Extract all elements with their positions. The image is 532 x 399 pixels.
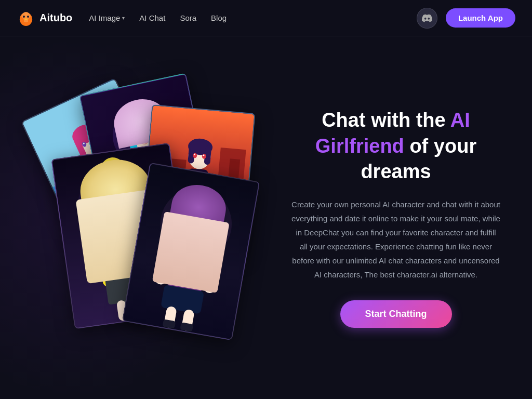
svg-point-31	[145, 132, 148, 135]
svg-point-3	[27, 16, 29, 18]
image-stack: 東京	[31, 67, 270, 358]
svg-rect-102	[177, 212, 189, 238]
svg-point-63	[100, 190, 137, 231]
svg-point-115	[176, 224, 187, 232]
svg-point-86	[122, 244, 125, 248]
svg-point-72	[119, 202, 130, 215]
svg-point-28	[136, 133, 142, 140]
svg-rect-68	[128, 191, 135, 207]
svg-point-80	[126, 209, 137, 216]
svg-rect-89	[88, 231, 107, 269]
svg-point-112	[198, 223, 204, 230]
svg-point-78	[124, 206, 127, 209]
hero-section: 東京	[0, 36, 532, 399]
svg-rect-118	[185, 242, 200, 248]
logo-icon	[17, 9, 35, 28]
svg-point-69	[98, 207, 107, 219]
svg-point-93	[94, 262, 105, 271]
svg-rect-106	[205, 210, 211, 221]
svg-point-74	[121, 204, 128, 213]
discord-button[interactable]	[417, 8, 437, 29]
svg-point-113	[190, 222, 193, 225]
nav-left: Aitubo AI Image ▾ AI Chat Sora Blog	[17, 9, 227, 28]
svg-marker-85	[111, 227, 132, 239]
svg-point-111	[188, 221, 193, 228]
chevron-down-icon: ▾	[122, 15, 125, 21]
svg-point-101	[179, 202, 215, 230]
svg-point-91	[94, 264, 107, 275]
brand-name: Aitubo	[39, 12, 72, 24]
discord-icon	[422, 13, 432, 23]
svg-point-32	[143, 139, 145, 141]
svg-point-75	[110, 207, 114, 214]
svg-marker-121	[184, 243, 192, 255]
svg-marker-82	[118, 230, 126, 236]
svg-point-70	[130, 203, 139, 214]
hero-content: Chat with the AI Girlfriend of your drea…	[270, 108, 501, 327]
svg-point-116	[203, 228, 214, 236]
nav-ai-image[interactable]: AI Image ▾	[89, 14, 125, 22]
svg-rect-120	[167, 241, 209, 292]
svg-point-66	[98, 183, 135, 208]
hero-title-prefix: Chat with the	[322, 109, 450, 131]
hero-description: Create your own personal AI character an…	[291, 197, 501, 282]
svg-point-117	[193, 231, 195, 233]
svg-point-77	[112, 207, 115, 210]
start-chatting-button[interactable]: Start Chatting	[340, 300, 452, 328]
svg-point-73	[109, 206, 116, 215]
hero-title: Chat with the AI Girlfriend of your drea…	[291, 108, 501, 184]
svg-point-2	[23, 16, 25, 18]
svg-point-108	[196, 220, 207, 233]
svg-rect-67	[99, 194, 107, 210]
nav-blog[interactable]: Blog	[211, 14, 227, 22]
svg-point-100	[178, 207, 214, 246]
svg-point-114	[201, 224, 204, 227]
svg-point-88	[124, 259, 128, 263]
logo[interactable]: Aitubo	[17, 9, 72, 28]
nav-sora[interactable]: Sora	[180, 14, 196, 22]
launch-app-button[interactable]: Launch App	[446, 8, 515, 28]
svg-rect-105	[184, 207, 190, 218]
svg-marker-122	[191, 244, 199, 256]
svg-point-83	[117, 227, 126, 233]
svg-point-110	[197, 222, 205, 232]
svg-point-30	[137, 135, 139, 137]
nav-links: AI Image ▾ AI Chat Sora Blog	[89, 14, 227, 22]
svg-point-107	[185, 218, 196, 231]
svg-point-109	[187, 220, 194, 230]
svg-point-94	[96, 258, 102, 267]
svg-point-79	[101, 212, 112, 219]
svg-point-76	[122, 205, 127, 212]
navbar: Aitubo AI Image ▾ AI Chat Sora Blog L	[0, 0, 532, 36]
nav-ai-chat[interactable]: AI Chat	[139, 14, 165, 22]
svg-rect-64	[92, 205, 114, 288]
svg-rect-103	[202, 216, 213, 243]
svg-point-87	[123, 252, 126, 256]
nav-right: Launch App	[417, 8, 515, 29]
svg-point-119	[190, 242, 195, 247]
svg-point-81	[118, 215, 121, 217]
svg-rect-27	[130, 114, 151, 132]
svg-point-71	[107, 204, 118, 216]
